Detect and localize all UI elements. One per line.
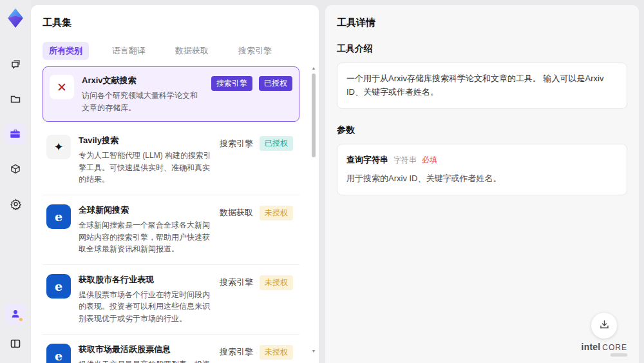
param-type: 字符串 [393,154,417,166]
status-badge: 未授权 [260,275,293,290]
category-label: 搜索引擎 [220,346,253,358]
status-badge: 未授权 [260,206,293,221]
tool-list: ✕ Arxiv文献搜索 访问各个研究领域大量科学论文和文章的存储库。 搜索引擎 … [43,66,308,363]
sidebar-item-settings[interactable] [5,193,26,214]
category-badge: 搜索引擎 [211,76,252,91]
status-badge: 已授权 [259,76,292,91]
finance-app-icon: e [46,274,71,299]
tool-row-most-active-stocks[interactable]: e 获取市场最活跃股票信息 提供当天交易量最高的股票列表，投资者可以利用这些信息… [43,335,299,363]
news-app-icon: e [46,204,71,229]
finance-app-icon: e [46,344,71,363]
scrollbar-thumb[interactable] [312,74,316,157]
floating-controls: intel CORE [582,313,627,357]
app-logo-icon [6,8,25,28]
tool-name: Tavily搜索 [79,135,212,146]
tool-name: 获取股市各行业表现 [79,274,212,286]
download-icon [599,319,610,333]
param-box: 查询字符串 字符串 必填 用于搜索的Arxiv ID、关键字或作者姓名。 [337,144,627,196]
intel-product-text: CORE [602,344,627,351]
arxiv-logo-icon: ✕ [50,75,74,99]
sidebar-item-collapse[interactable] [5,333,26,354]
intel-sub-mark [611,353,627,357]
user-icon [10,309,21,319]
briefcase-icon [10,128,21,140]
status-badge: 未授权 [260,345,293,360]
panel-toggle-icon [10,338,21,349]
notification-dot [19,318,23,321]
scroll-up-arrow[interactable]: ▲ [311,66,316,71]
gear-icon [10,198,22,210]
chat-icon [10,59,21,70]
status-badge: 已授权 [260,136,293,151]
tool-description: 专为人工智能代理 (LLM) 构建的搜索引擎工具。可快速提供实时、准确和真实的结… [79,150,212,186]
tool-description: 提供当天交易量最高的股票列表，投资者可以利用这些信息来识别流动性强的股票和潜在的… [79,358,212,363]
download-button[interactable] [591,313,617,338]
tab-search-engine[interactable]: 搜索引擎 [232,42,278,60]
intel-brand-text: intel [582,342,601,351]
tool-description: 提供股票市场各个行业在特定时间段内的表现。投资者可以利用这些信息来识别表现优于或… [79,289,212,325]
page-title: 工具集 [43,17,308,29]
sidebar [0,0,31,363]
sidebar-item-packages[interactable] [5,159,26,179]
param-description: 用于搜索的Arxiv ID、关键字或作者姓名。 [346,172,618,186]
tab-all-categories[interactable]: 所有类别 [43,42,89,60]
cube-icon [10,163,21,175]
app-window: 工具集 所有类别 语言翻译 数据获取 搜索引擎 ✕ Arxiv文献搜索 访问各个… [0,0,644,363]
intro-box: 一个用于从Arxiv存储库搜索科学论文和文章的工具。 输入可以是Arxiv ID… [337,63,627,109]
details-title: 工具详情 [337,17,627,29]
tavily-star-icon: ✦ [46,135,71,159]
tool-name: Arxiv文献搜索 [82,75,204,86]
intel-core-logo: intel CORE [582,342,627,357]
tool-row-global-news[interactable]: e 全球新闻搜索 全球新闻搜索是一个聚合全球各大新闻网站内容的搜索引擎，帮助用户… [43,195,299,265]
tool-row-tavily[interactable]: ✦ Tavily搜索 专为人工智能代理 (LLM) 构建的搜索引擎工具。可快速提… [43,126,299,195]
category-label: 数据获取 [220,207,253,219]
category-label: 搜索引擎 [220,277,253,288]
param-required-flag: 必填 [422,154,437,166]
sidebar-item-chat[interactable] [5,54,26,75]
tool-name: 获取市场最活跃股票信息 [79,344,212,355]
param-name: 查询字符串 [346,153,388,167]
tool-row-arxiv[interactable]: ✕ Arxiv文献搜索 访问各个研究领域大量科学论文和文章的存储库。 搜索引擎 … [43,66,299,122]
toolset-panel: 工具集 所有类别 语言翻译 数据获取 搜索引擎 ✕ Arxiv文献搜索 访问各个… [31,5,319,363]
params-heading: 参数 [337,124,627,136]
category-tabs: 所有类别 语言翻译 数据获取 搜索引擎 [43,42,308,60]
main-area: 工具集 所有类别 语言翻译 数据获取 搜索引擎 ✕ Arxiv文献搜索 访问各个… [31,0,644,363]
tool-description: 全球新闻搜索是一个聚合全球各大新闻网站内容的搜索引擎，帮助用户快速获取全球最新资… [79,219,212,255]
sidebar-item-account[interactable] [5,304,26,324]
tool-description: 访问各个研究领域大量科学论文和文章的存储库。 [82,90,204,113]
scroll-down-arrow[interactable]: ▼ [311,349,316,354]
sidebar-item-tools[interactable] [5,124,26,144]
tool-row-sector-performance[interactable]: e 获取股市各行业表现 提供股票市场各个行业在特定时间段内的表现。投资者可以利用… [43,265,299,335]
category-label: 搜索引擎 [220,138,253,150]
tool-details-panel: 工具详情 工具介绍 一个用于从Arxiv存储库搜索科学论文和文章的工具。 输入可… [325,5,639,363]
tab-data-fetching[interactable]: 数据获取 [169,42,215,60]
tab-language-translation[interactable]: 语言翻译 [106,42,152,60]
intro-heading: 工具介绍 [337,43,627,55]
sidebar-item-files[interactable] [5,89,26,110]
list-scrollbar[interactable]: ▲ ▼ [311,66,316,357]
intro-text: 一个用于从Arxiv存储库搜索科学论文和文章的工具。 输入可以是Arxiv ID… [346,74,603,97]
tool-name: 全球新闻搜索 [79,204,212,216]
folder-icon [10,93,21,105]
